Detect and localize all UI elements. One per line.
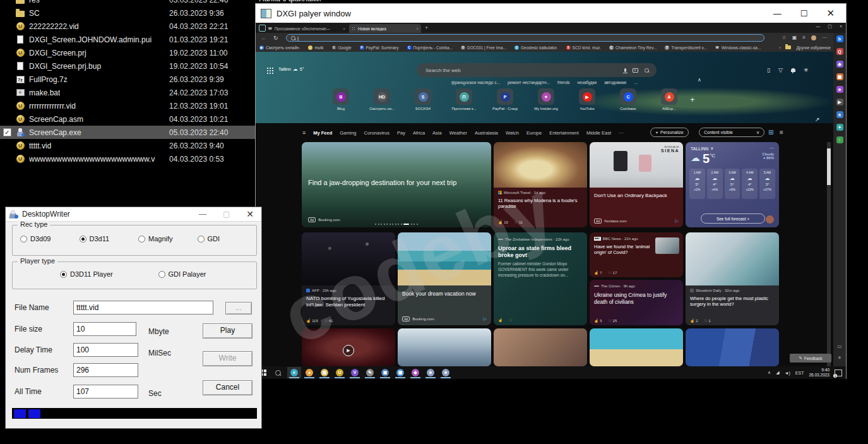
card-beach[interactable] bbox=[590, 328, 683, 366]
taskbar-app-icon[interactable]: U bbox=[333, 367, 347, 378]
weather-chip[interactable]: Tallinn ☁ 5° bbox=[278, 66, 304, 72]
player-type-radio[interactable]: D3D11 Player bbox=[60, 270, 158, 278]
minimize-icon[interactable]: — bbox=[773, 9, 782, 18]
feed-nav-item[interactable]: Weather bbox=[449, 130, 467, 136]
filter-icon[interactable]: ▽ bbox=[778, 67, 783, 73]
taskbar-app-icon[interactable]: ☻ bbox=[439, 367, 453, 378]
feed-nav-item[interactable]: Entertainment bbox=[549, 130, 579, 136]
ad-choices-icon[interactable]: ▷ bbox=[484, 316, 487, 321]
weather-city[interactable]: TALLINN bbox=[691, 147, 708, 151]
sidebar-app-icon[interactable]: ☻ bbox=[836, 86, 843, 93]
site-shortcut[interactable]: П Проточная к... bbox=[452, 88, 476, 111]
history-icon[interactable]: ≡ bbox=[802, 35, 806, 40]
site-shortcut[interactable]: B Blog bbox=[329, 88, 353, 111]
rec-type-radio[interactable]: D3d11 bbox=[80, 235, 139, 243]
file-row[interactable]: wwwwwwwwwwwwwwwwwwwwww.vid 04.03.2023 0:… bbox=[0, 152, 255, 165]
card-bbc[interactable]: BBC BBC News · 21h ago Have we found the… bbox=[590, 232, 683, 277]
radio-circle-icon[interactable] bbox=[20, 236, 27, 243]
likes-count[interactable]: ☝ 115 bbox=[306, 318, 318, 323]
comments-count[interactable]: ♡ 25 bbox=[609, 318, 617, 323]
bookmark-item[interactable]: P PayPal: Summary bbox=[360, 45, 399, 50]
bookmark-item[interactable]: T Transperdiscreti v... bbox=[665, 45, 706, 50]
more-menu-icon[interactable]: ⋯ bbox=[770, 146, 774, 151]
radio-circle-icon[interactable] bbox=[198, 236, 205, 243]
radio-circle-icon[interactable] bbox=[80, 236, 86, 243]
page-scrollbar[interactable] bbox=[827, 142, 831, 366]
comments-count[interactable]: ♡ 41 bbox=[324, 318, 333, 323]
feed-nav-item[interactable]: ··· bbox=[619, 130, 624, 136]
comments-count[interactable]: ♡ 17 bbox=[609, 270, 617, 275]
sidebar-app-icon[interactable]: b bbox=[836, 35, 843, 42]
feed-nav-item[interactable]: Gaming bbox=[340, 130, 356, 136]
feed-nav-item[interactable]: Middle East bbox=[586, 130, 611, 136]
trending-search-item[interactable]: ... bbox=[634, 80, 637, 85]
file-name-input[interactable] bbox=[73, 301, 213, 315]
file-row[interactable]: make.bat 24.02.2023 17:03 bbox=[0, 86, 255, 99]
mobile-icon[interactable]: ▯ bbox=[767, 67, 770, 73]
bookmark-item[interactable]: ▶ Смотреть онлайн. bbox=[259, 45, 300, 50]
card-showbizz[interactable]: Showbizz Daily · 32m ago Where do people… bbox=[686, 232, 779, 325]
file-name[interactable]: DXGI_Screen.JOHNDOW.admin.pui bbox=[29, 35, 152, 44]
site-shortcut[interactable]: C Coinbase bbox=[616, 88, 640, 111]
num-frames-input[interactable] bbox=[73, 363, 138, 377]
notifications-icon[interactable] bbox=[791, 68, 795, 72]
content-visible-dropdown[interactable]: Content visible ∨ bbox=[699, 128, 764, 137]
comments-count[interactable]: ♡ 11 bbox=[514, 220, 523, 224]
trending-search-item[interactable]: friends bbox=[557, 80, 570, 85]
radio-circle-icon[interactable] bbox=[60, 271, 67, 278]
expand-icon[interactable]: ↗ bbox=[815, 116, 820, 123]
file-name[interactable]: ScreenCap.exe bbox=[29, 128, 81, 137]
file-name[interactable]: DXGI_Screen.prj.bup bbox=[29, 62, 101, 71]
play-button[interactable]: Play bbox=[203, 323, 253, 339]
taskbar-app-icon[interactable]: ▤ bbox=[318, 367, 331, 378]
write-button[interactable]: Write bbox=[203, 351, 253, 366]
add-shortcut-icon[interactable]: + bbox=[690, 95, 695, 104]
file-name[interactable]: wwwwwwwwwwwwwwwwwwwwww.vid bbox=[29, 155, 155, 164]
file-row[interactable]: res 03.03.2023 22:46 bbox=[0, 0, 255, 6]
scrollbar-thumb[interactable] bbox=[827, 148, 831, 185]
browser-close-icon[interactable]: × bbox=[840, 24, 842, 29]
likes-icon[interactable]: ☝ bbox=[498, 318, 503, 322]
card-nordace-ad[interactable]: NORDACE SIENA Don't Use an Ordinary Back… bbox=[590, 142, 683, 227]
card-politics[interactable] bbox=[686, 328, 779, 366]
bookmark-item[interactable]: mutk bbox=[308, 45, 323, 50]
taskbar-clock[interactable]: 9:40 26.03.2023 bbox=[809, 368, 829, 378]
monitor-icon[interactable]: ▭ bbox=[833, 344, 846, 349]
feed-nav-item[interactable]: Africa bbox=[413, 130, 425, 136]
likes-count[interactable]: ☝ 5 bbox=[594, 318, 602, 323]
trending-search-item[interactable]: ремонт нестандартн... bbox=[508, 80, 550, 85]
likes-count[interactable]: ☝ 2 bbox=[690, 318, 698, 323]
tab-close-icon[interactable]: × bbox=[343, 27, 345, 31]
taskbar-app-icon[interactable]: ◈ bbox=[408, 367, 422, 378]
site-shortcut[interactable]: HD Смотреть он... bbox=[370, 88, 394, 111]
sidebar-app-icon[interactable]: ▦ bbox=[836, 73, 843, 80]
bookmark-item[interactable]: C Портфель - Coinba... bbox=[407, 45, 453, 50]
rec-type-radio[interactable]: D3d09 bbox=[20, 235, 80, 243]
file-row[interactable]: DXGI_Screen.prj 19.02.2023 11:00 bbox=[0, 46, 255, 59]
delay-time-input[interactable] bbox=[73, 343, 138, 357]
new-tab-icon[interactable]: + bbox=[425, 25, 428, 31]
sidebar-app-icon[interactable]: ↑ bbox=[836, 136, 843, 143]
sidebar-app-icon[interactable]: a bbox=[836, 111, 843, 118]
taskbar-app-icon[interactable]: V bbox=[348, 367, 362, 378]
apps-grid-icon[interactable] bbox=[266, 67, 273, 74]
file-row[interactable]: FullProg.7z 26.03.2023 9:39 bbox=[0, 73, 255, 86]
comments-count[interactable]: ♡ 1 bbox=[705, 318, 711, 323]
bookmark-item[interactable]: G Google bbox=[332, 45, 352, 50]
close-icon[interactable]: ✕ bbox=[826, 8, 835, 19]
card-mountains[interactable] bbox=[398, 328, 491, 366]
feed-nav-item[interactable]: Coronavirus bbox=[364, 130, 389, 136]
favorites-icon[interactable]: ☆ bbox=[782, 35, 787, 40]
file-size-input[interactable] bbox=[73, 322, 136, 336]
card-video[interactable]: ▶ bbox=[302, 328, 395, 366]
browser-tab-1[interactable]: W Программное обеспечение— × bbox=[266, 24, 348, 33]
player-titlebar[interactable]: DXGI palyer window — ☐ ✕ bbox=[256, 4, 846, 23]
rec-type-radio[interactable]: Magnify bbox=[138, 235, 198, 243]
likes-count[interactable]: ☝ 10 bbox=[498, 220, 508, 224]
play-icon[interactable]: ▶ bbox=[343, 345, 354, 356]
trending-search-item[interactable]: автодомике bbox=[604, 80, 626, 85]
browse-button[interactable]: ... bbox=[225, 302, 252, 315]
trending-search-item[interactable]: незабудки bbox=[578, 80, 597, 85]
dialog-titlebar[interactable]: DesktopWriter — ▢ ✕ bbox=[6, 207, 261, 222]
grid-view-icon[interactable]: ⊞ bbox=[768, 129, 773, 136]
